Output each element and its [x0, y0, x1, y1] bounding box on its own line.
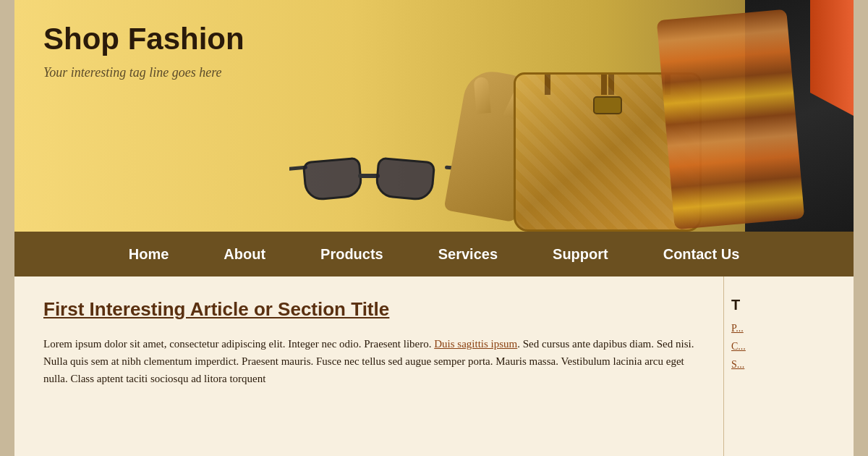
sidebar-title: T — [731, 297, 843, 313]
sidebar-link-3[interactable]: S... — [731, 355, 843, 373]
handbag-clasp-icon — [593, 96, 622, 114]
nav-link-home[interactable]: Home — [101, 233, 197, 276]
main-navigation: Home About Products Services Support Con… — [14, 232, 854, 276]
site-tagline: Your interesting tag line goes here — [43, 65, 244, 80]
page-wrapper: Shop Fashion Your interesting tag line g… — [14, 0, 854, 456]
scarf-jacket-decoration — [651, 0, 854, 232]
article-inline-link[interactable]: Duis sagittis ipsum — [434, 338, 517, 350]
nav-link-about[interactable]: About — [196, 233, 293, 276]
nav-link-support[interactable]: Support — [525, 233, 636, 276]
content-area: First Interesting Article or Section Tit… — [14, 276, 854, 456]
nav-item-services[interactable]: Services — [411, 233, 525, 276]
nav-link-products[interactable]: Products — [293, 233, 411, 276]
header-image-decoration — [289, 0, 854, 232]
main-content: First Interesting Article or Section Tit… — [14, 276, 723, 456]
sg-lens-left-icon — [302, 157, 363, 202]
article-title-link[interactable]: First Interesting Article or Section Tit… — [43, 298, 389, 320]
nav-link-contact[interactable]: Contact Us — [636, 233, 767, 276]
site-header: Shop Fashion Your interesting tag line g… — [14, 0, 854, 232]
nav-item-contact[interactable]: Contact Us — [636, 233, 767, 276]
article-body: Lorem ipsum dolor sit amet, consectetur … — [43, 335, 702, 387]
nav-item-products[interactable]: Products — [293, 233, 411, 276]
nav-list: Home About Products Services Support Con… — [101, 233, 767, 276]
scarf-icon — [657, 9, 805, 230]
sg-lens-right-icon — [375, 157, 435, 202]
nav-item-home[interactable]: Home — [101, 233, 197, 276]
site-title: Shop Fashion — [43, 22, 244, 56]
nav-item-about[interactable]: About — [196, 233, 293, 276]
article-body-part1: Lorem ipsum dolor sit amet, consectetur … — [43, 338, 434, 350]
header-text: Shop Fashion Your interesting tag line g… — [43, 22, 244, 80]
article-title[interactable]: First Interesting Article or Section Tit… — [43, 298, 702, 321]
sidebar: T P... C... S... — [723, 276, 854, 456]
sunglasses-decoration — [304, 159, 448, 217]
nav-item-support[interactable]: Support — [525, 233, 636, 276]
sidebar-link-2[interactable]: C... — [731, 337, 843, 355]
sidebar-links: P... C... S... — [731, 319, 843, 374]
nav-link-services[interactable]: Services — [411, 233, 525, 276]
sidebar-link-1[interactable]: P... — [731, 319, 843, 337]
